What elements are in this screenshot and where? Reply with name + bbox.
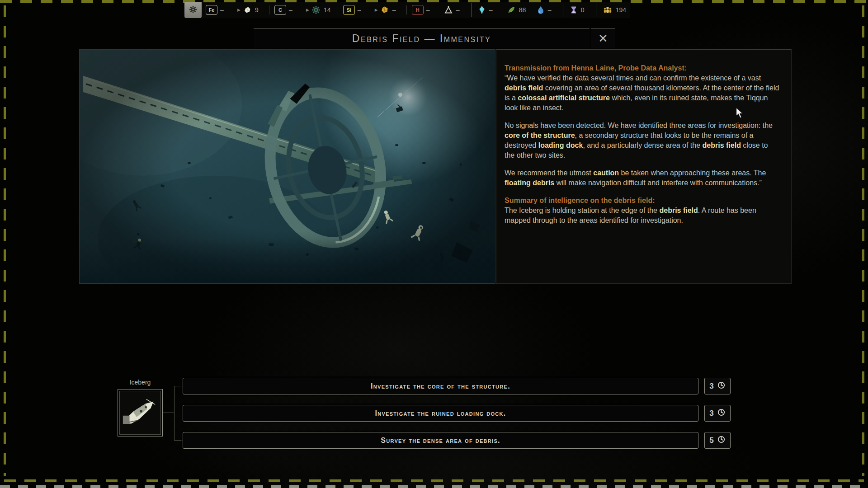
resource-item-food: 88 (502, 2, 532, 18)
resource-bar: Fe – ▶ 9 C – ▶ 14 Si – ▶ – H (184, 2, 630, 18)
action-label: Survey the dense area of debris. (381, 436, 500, 445)
transmission-header: Transmission from Henna Laine, Probe Dat… (505, 63, 779, 73)
hydrogen-chip-icon: H (412, 5, 424, 15)
divider (269, 5, 269, 14)
resource-item-science: – (439, 2, 469, 18)
connector-line (163, 413, 174, 413)
connector-line (175, 386, 183, 386)
resource-item-alloy: ▶ 9 (233, 2, 268, 18)
time-cost-badge: 5 (704, 432, 731, 449)
resource-item-crystal: – (473, 2, 502, 18)
parts-gear-icon (311, 5, 321, 15)
resource-value: – (392, 6, 401, 14)
hazard-stripe-bottom-edge (0, 485, 868, 488)
transmission-paragraph-4: Summary of intelligence on the debris fi… (505, 196, 779, 225)
body-text: be taken when approaching these areas. T… (619, 169, 766, 177)
clock-icon (717, 435, 726, 446)
summary-header: Summary of intelligence on the debris fi… (505, 196, 779, 206)
highlight-text: colossal artificial structure (518, 94, 610, 102)
gear-icon (189, 5, 198, 15)
ship-thumbnail (118, 389, 163, 436)
hazard-stripe-left (4, 5, 6, 476)
iron-chip-icon: Fe (206, 5, 217, 15)
resource-value: 88 (519, 6, 528, 14)
hourglass-icon (569, 5, 578, 15)
transmission-paragraph-3: We recommend the utmost caution be taken… (505, 168, 779, 188)
food-leaf-icon (506, 5, 516, 14)
action-button-investigate-dock[interactable]: Investigate the ruined loading dock. (183, 405, 698, 422)
connector-line (175, 440, 183, 441)
connector-line (174, 386, 175, 441)
ship-thumbnail-frame (119, 391, 161, 435)
resource-value: 14 (324, 6, 333, 14)
event-text-panel: Transmission from Henna Laine, Probe Dat… (496, 49, 792, 284)
resource-value: – (220, 6, 229, 14)
time-cost-value: 5 (709, 436, 713, 445)
alloy-icon (242, 5, 252, 14)
resource-value: – (358, 6, 367, 14)
crew-icon (602, 5, 613, 14)
action-button-survey-debris[interactable]: Survey the dense area of debris. (183, 432, 698, 449)
highlight-text: core of the structure (505, 131, 575, 139)
resource-bar-toggle-button[interactable] (184, 2, 202, 18)
resource-value: – (426, 6, 435, 14)
divider (406, 5, 407, 14)
body-text: , and a particularly dense area of the (583, 141, 702, 149)
divider (563, 3, 563, 17)
resource-item-hydrogen: H – (408, 2, 439, 18)
resource-item-iron: Fe – (202, 2, 233, 18)
resource-value: – (548, 6, 557, 14)
resource-item-silicon: Si – (339, 2, 371, 18)
body-text: will make navigation difficult and inter… (554, 179, 762, 187)
resource-item-crew: 194 (598, 2, 630, 18)
resource-value: 0 (581, 6, 590, 14)
resource-item-water: – (532, 2, 561, 18)
time-cost-badge: 3 (704, 378, 731, 394)
action-label: Investigate the core of the structure. (371, 382, 510, 390)
resource-value: 9 (255, 6, 264, 14)
carbon-chip-icon: C (274, 5, 286, 15)
divider (338, 5, 338, 14)
highlight-text: floating debris (505, 179, 554, 187)
game-screen: Fe – ▶ 9 C – ▶ 14 Si – ▶ – H (0, 0, 868, 488)
ship-name-label: Iceberg (117, 379, 164, 386)
time-cost-value: 3 (709, 409, 713, 418)
divider (471, 3, 472, 17)
highlight-text: caution (593, 169, 619, 177)
electronics-icon (380, 5, 390, 14)
resource-value: 194 (616, 6, 626, 14)
chain-arrow-icon: ▶ (375, 8, 378, 12)
body-text: “We have verified the data several times… (505, 74, 761, 82)
resource-value: – (456, 6, 465, 14)
close-button[interactable]: ✕ (591, 28, 615, 48)
close-icon: ✕ (598, 33, 608, 44)
water-drop-icon (536, 5, 545, 15)
resource-item-carbon: C – (270, 2, 302, 18)
action-button-investigate-core[interactable]: Investigate the core of the structure. (183, 378, 698, 394)
highlight-text: debris field (659, 206, 698, 214)
resource-value: – (289, 6, 298, 14)
crystal-icon (477, 5, 486, 15)
clock-icon (717, 408, 726, 419)
science-flask-icon (443, 5, 453, 14)
resource-value: – (489, 6, 498, 14)
highlight-text: loading dock (538, 141, 583, 149)
hazard-stripe-bottom (4, 479, 864, 482)
body-text: We recommend the utmost (505, 169, 593, 177)
time-cost-badge: 3 (704, 405, 731, 422)
ship-icon (120, 391, 160, 434)
divider (596, 3, 596, 17)
resource-item-parts: ▶ 14 (302, 2, 337, 18)
chain-arrow-icon: ▶ (306, 8, 309, 12)
time-cost-value: 3 (709, 382, 713, 391)
event-title-bar: Debris Field — Immensity ✕ (254, 28, 615, 48)
event-title-box: Debris Field — Immensity (254, 28, 590, 48)
resource-item-electronics: ▶ – (371, 2, 406, 18)
resource-item-time: 0 (565, 2, 594, 18)
page-title: Debris Field — Immensity (352, 33, 491, 45)
transmission-paragraph-1: Transmission from Henna Laine, Probe Dat… (505, 63, 779, 113)
hazard-stripe-right (862, 5, 864, 476)
highlight-text: debris field (703, 141, 741, 149)
scene-illustration (80, 50, 495, 283)
body-text: No signals have been detected. We have i… (505, 122, 773, 129)
